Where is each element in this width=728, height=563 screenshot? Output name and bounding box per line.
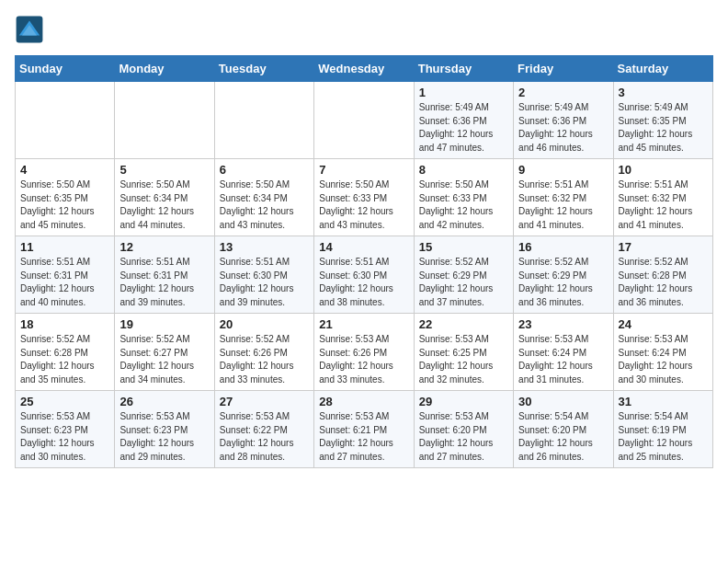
calendar-cell: 28Sunrise: 5:53 AM Sunset: 6:21 PM Dayli… (314, 391, 414, 468)
day-info: Sunrise: 5:53 AM Sunset: 6:23 PM Dayligh… (20, 410, 109, 464)
day-info: Sunrise: 5:52 AM Sunset: 6:26 PM Dayligh… (220, 333, 309, 386)
calendar-cell (16, 82, 115, 159)
weekday-row: SundayMondayTuesdayWednesdayThursdayFrid… (16, 56, 713, 82)
weekday-header-friday: Friday (514, 56, 613, 82)
calendar-week-3: 11Sunrise: 5:51 AM Sunset: 6:31 PM Dayli… (16, 236, 713, 314)
calendar-week-1: 1Sunrise: 5:49 AM Sunset: 6:36 PM Daylig… (16, 82, 713, 159)
day-info: Sunrise: 5:49 AM Sunset: 6:36 PM Dayligh… (518, 101, 608, 155)
calendar-cell: 18Sunrise: 5:52 AM Sunset: 6:28 PM Dayli… (16, 314, 115, 391)
day-info: Sunrise: 5:50 AM Sunset: 6:33 PM Dayligh… (419, 178, 508, 232)
day-info: Sunrise: 5:49 AM Sunset: 6:35 PM Dayligh… (619, 101, 708, 155)
day-info: Sunrise: 5:53 AM Sunset: 6:24 PM Dayligh… (619, 333, 708, 386)
day-number: 26 (119, 395, 209, 408)
calendar-cell: 29Sunrise: 5:53 AM Sunset: 6:20 PM Dayli… (414, 391, 513, 468)
calendar-cell: 19Sunrise: 5:52 AM Sunset: 6:27 PM Dayli… (115, 314, 214, 391)
calendar-week-4: 18Sunrise: 5:52 AM Sunset: 6:28 PM Dayli… (16, 314, 713, 391)
day-number: 2 (518, 86, 608, 99)
calendar-cell: 22Sunrise: 5:53 AM Sunset: 6:25 PM Dayli… (414, 314, 513, 391)
day-info: Sunrise: 5:52 AM Sunset: 6:29 PM Dayligh… (419, 256, 508, 309)
day-number: 21 (319, 317, 408, 331)
day-info: Sunrise: 5:53 AM Sunset: 6:26 PM Dayligh… (319, 333, 408, 386)
weekday-header-sunday: Sunday (16, 56, 115, 82)
day-number: 23 (518, 317, 608, 331)
day-number: 19 (119, 317, 209, 331)
calendar-cell: 30Sunrise: 5:54 AM Sunset: 6:20 PM Dayli… (514, 391, 613, 468)
calendar-cell: 3Sunrise: 5:49 AM Sunset: 6:35 PM Daylig… (613, 82, 712, 159)
calendar-cell: 11Sunrise: 5:51 AM Sunset: 6:31 PM Dayli… (16, 236, 115, 314)
day-number: 31 (619, 395, 708, 408)
calendar-cell: 16Sunrise: 5:52 AM Sunset: 6:29 PM Dayli… (514, 236, 613, 314)
day-number: 5 (119, 163, 209, 177)
calendar-cell: 14Sunrise: 5:51 AM Sunset: 6:30 PM Dayli… (314, 236, 414, 314)
day-info: Sunrise: 5:52 AM Sunset: 6:28 PM Dayligh… (20, 333, 109, 386)
day-number: 12 (119, 240, 209, 254)
day-info: Sunrise: 5:53 AM Sunset: 6:24 PM Dayligh… (518, 333, 608, 386)
calendar-cell: 8Sunrise: 5:50 AM Sunset: 6:33 PM Daylig… (414, 159, 513, 236)
day-info: Sunrise: 5:53 AM Sunset: 6:21 PM Dayligh… (319, 410, 408, 464)
day-number: 7 (319, 163, 408, 177)
day-number: 4 (20, 163, 109, 177)
day-info: Sunrise: 5:52 AM Sunset: 6:28 PM Dayligh… (619, 256, 708, 309)
page-header (15, 15, 713, 44)
day-info: Sunrise: 5:53 AM Sunset: 6:20 PM Dayligh… (419, 410, 508, 464)
day-info: Sunrise: 5:54 AM Sunset: 6:20 PM Dayligh… (518, 410, 608, 464)
calendar-cell: 23Sunrise: 5:53 AM Sunset: 6:24 PM Dayli… (514, 314, 613, 391)
calendar-cell: 26Sunrise: 5:53 AM Sunset: 6:23 PM Dayli… (115, 391, 214, 468)
calendar-cell: 25Sunrise: 5:53 AM Sunset: 6:23 PM Dayli… (16, 391, 115, 468)
day-info: Sunrise: 5:51 AM Sunset: 6:30 PM Dayligh… (319, 256, 408, 309)
calendar-table: SundayMondayTuesdayWednesdayThursdayFrid… (15, 55, 713, 468)
calendar-cell: 10Sunrise: 5:51 AM Sunset: 6:32 PM Dayli… (613, 159, 712, 236)
weekday-header-tuesday: Tuesday (214, 56, 313, 82)
day-number: 9 (518, 163, 608, 177)
calendar-cell: 4Sunrise: 5:50 AM Sunset: 6:35 PM Daylig… (16, 159, 115, 236)
weekday-header-wednesday: Wednesday (314, 56, 414, 82)
calendar-cell: 1Sunrise: 5:49 AM Sunset: 6:36 PM Daylig… (414, 82, 513, 159)
day-info: Sunrise: 5:53 AM Sunset: 6:23 PM Dayligh… (119, 410, 209, 464)
calendar-cell: 5Sunrise: 5:50 AM Sunset: 6:34 PM Daylig… (115, 159, 214, 236)
day-info: Sunrise: 5:50 AM Sunset: 6:34 PM Dayligh… (220, 178, 309, 232)
day-number: 13 (220, 240, 309, 254)
day-info: Sunrise: 5:50 AM Sunset: 6:33 PM Dayligh… (319, 178, 408, 232)
day-info: Sunrise: 5:54 AM Sunset: 6:19 PM Dayligh… (619, 410, 708, 464)
calendar-cell: 27Sunrise: 5:53 AM Sunset: 6:22 PM Dayli… (214, 391, 313, 468)
logo (15, 15, 48, 44)
calendar-cell: 17Sunrise: 5:52 AM Sunset: 6:28 PM Dayli… (613, 236, 712, 314)
day-info: Sunrise: 5:51 AM Sunset: 6:30 PM Dayligh… (220, 256, 309, 309)
day-number: 29 (419, 395, 508, 408)
calendar-cell: 6Sunrise: 5:50 AM Sunset: 6:34 PM Daylig… (214, 159, 313, 236)
day-number: 8 (419, 163, 508, 177)
calendar-header: SundayMondayTuesdayWednesdayThursdayFrid… (16, 56, 713, 82)
day-info: Sunrise: 5:53 AM Sunset: 6:22 PM Dayligh… (220, 410, 309, 464)
calendar-body: 1Sunrise: 5:49 AM Sunset: 6:36 PM Daylig… (16, 82, 713, 468)
day-info: Sunrise: 5:51 AM Sunset: 6:31 PM Dayligh… (20, 256, 109, 309)
calendar-cell (214, 82, 313, 159)
day-info: Sunrise: 5:51 AM Sunset: 6:32 PM Dayligh… (619, 178, 708, 232)
calendar-week-2: 4Sunrise: 5:50 AM Sunset: 6:35 PM Daylig… (16, 159, 713, 236)
day-number: 15 (419, 240, 508, 254)
calendar-cell: 12Sunrise: 5:51 AM Sunset: 6:31 PM Dayli… (115, 236, 214, 314)
day-number: 25 (20, 395, 109, 408)
day-info: Sunrise: 5:52 AM Sunset: 6:29 PM Dayligh… (518, 256, 608, 309)
day-info: Sunrise: 5:50 AM Sunset: 6:35 PM Dayligh… (20, 178, 109, 232)
day-number: 22 (419, 317, 508, 331)
day-number: 6 (220, 163, 309, 177)
calendar-cell: 15Sunrise: 5:52 AM Sunset: 6:29 PM Dayli… (414, 236, 513, 314)
weekday-header-thursday: Thursday (414, 56, 513, 82)
weekday-header-saturday: Saturday (613, 56, 712, 82)
calendar-cell (314, 82, 414, 159)
day-info: Sunrise: 5:50 AM Sunset: 6:34 PM Dayligh… (119, 178, 209, 232)
calendar-cell: 21Sunrise: 5:53 AM Sunset: 6:26 PM Dayli… (314, 314, 414, 391)
day-number: 11 (20, 240, 109, 254)
day-info: Sunrise: 5:49 AM Sunset: 6:36 PM Dayligh… (419, 101, 508, 155)
calendar-cell: 9Sunrise: 5:51 AM Sunset: 6:32 PM Daylig… (514, 159, 613, 236)
calendar-cell (115, 82, 214, 159)
day-number: 16 (518, 240, 608, 254)
day-number: 10 (619, 163, 708, 177)
calendar-cell: 20Sunrise: 5:52 AM Sunset: 6:26 PM Dayli… (214, 314, 313, 391)
day-info: Sunrise: 5:52 AM Sunset: 6:27 PM Dayligh… (119, 333, 209, 386)
day-info: Sunrise: 5:51 AM Sunset: 6:31 PM Dayligh… (119, 256, 209, 309)
day-number: 3 (619, 86, 708, 99)
calendar-cell: 31Sunrise: 5:54 AM Sunset: 6:19 PM Dayli… (613, 391, 712, 468)
day-number: 18 (20, 317, 109, 331)
day-number: 20 (220, 317, 309, 331)
